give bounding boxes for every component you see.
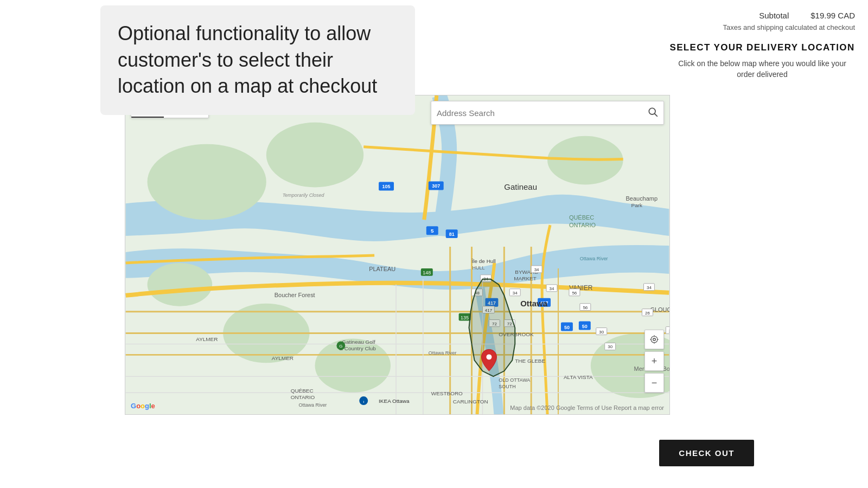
- svg-text:148: 148: [423, 270, 431, 275]
- svg-text:56: 56: [583, 305, 588, 310]
- svg-point-115: [651, 336, 658, 343]
- map-svg: 5 81 105 307 417 417 50 50 135 148 Gatin…: [125, 95, 669, 414]
- delivery-heading: SELECT YOUR DELIVERY LOCATION: [669, 42, 855, 53]
- svg-point-9: [148, 263, 213, 306]
- svg-line-1: [655, 113, 658, 116]
- google-logo: Google: [131, 402, 155, 410]
- map-controls: + −: [644, 330, 664, 393]
- svg-text:50: 50: [582, 324, 588, 329]
- delivery-subtext: Click on the below map where you would l…: [669, 59, 855, 80]
- svg-text:QUÉBEC: QUÉBEC: [291, 388, 314, 394]
- svg-text:ONTARIO: ONTARIO: [569, 222, 596, 228]
- svg-text:34: 34: [550, 286, 554, 291]
- subtotal-label: Subtotal: [759, 11, 789, 20]
- svg-text:34: 34: [647, 285, 652, 290]
- svg-text:Gatineau Golf: Gatineau Golf: [342, 339, 375, 345]
- svg-text:G: G: [339, 344, 342, 349]
- right-panel: Subtotal $19.99 CAD Taxes and shipping c…: [656, 0, 868, 80]
- svg-text:QUÉBEC: QUÉBEC: [569, 214, 594, 221]
- svg-text:50: 50: [564, 325, 570, 330]
- svg-text:Île de Hull: Île de Hull: [471, 258, 496, 264]
- svg-text:Ottawa River: Ottawa River: [429, 350, 457, 356]
- svg-text:81: 81: [449, 232, 455, 237]
- svg-text:Ottawa: Ottawa: [520, 299, 547, 308]
- svg-text:Temporarily Closed: Temporarily Closed: [283, 192, 325, 198]
- svg-text:AYLMER: AYLMER: [196, 336, 218, 342]
- svg-text:Ottawa River: Ottawa River: [580, 256, 608, 261]
- svg-text:34: 34: [534, 267, 539, 272]
- svg-text:IKEA Ottawa: IKEA Ottawa: [379, 398, 410, 404]
- address-search-input[interactable]: [437, 108, 647, 118]
- subtotal-row: Subtotal $19.99 CAD: [669, 11, 855, 20]
- svg-text:CARLINGTON: CARLINGTON: [453, 399, 488, 404]
- svg-point-3: [266, 123, 363, 188]
- page-container: Optional functionality to allow customer…: [0, 0, 868, 488]
- svg-text:25: 25: [669, 329, 669, 333]
- svg-text:PLATEAU: PLATEAU: [369, 266, 395, 272]
- svg-text:ONTARIO: ONTARIO: [291, 394, 315, 400]
- location-button[interactable]: [644, 330, 664, 349]
- svg-text:Park: Park: [631, 202, 642, 208]
- zoom-out-button[interactable]: −: [644, 373, 664, 393]
- location-icon: [649, 335, 659, 344]
- checkout-button[interactable]: CHECK OUT: [659, 440, 754, 466]
- svg-text:SOUTH: SOUTH: [499, 384, 515, 389]
- svg-text:135: 135: [461, 315, 469, 320]
- svg-text:34: 34: [513, 291, 518, 296]
- svg-point-113: [486, 354, 492, 359]
- map-search-bar: [431, 101, 664, 125]
- svg-text:Boucher Forest: Boucher Forest: [275, 292, 315, 298]
- svg-text:307: 307: [432, 183, 440, 189]
- search-icon-button[interactable]: [647, 106, 658, 120]
- search-icon: [647, 106, 658, 117]
- svg-text:AYLMER: AYLMER: [272, 355, 293, 361]
- svg-text:5: 5: [431, 228, 434, 234]
- callout-box: Optional functionality to allow customer…: [100, 5, 415, 115]
- zoom-in-button[interactable]: +: [644, 351, 664, 371]
- svg-text:Beauchamp: Beauchamp: [626, 195, 658, 202]
- svg-text:56: 56: [572, 291, 577, 296]
- svg-text:105: 105: [382, 184, 391, 189]
- svg-point-4: [148, 144, 266, 220]
- svg-text:WESTBORO: WESTBORO: [431, 390, 463, 396]
- svg-text:Gatineau: Gatineau: [504, 182, 537, 191]
- map-footer-text: Map data ©2020 Google Terms of Use Repor…: [510, 404, 664, 411]
- svg-text:ALTA VISTA: ALTA VISTA: [564, 374, 593, 380]
- callout-text: Optional functionality to allow customer…: [118, 21, 398, 100]
- svg-text:HULL: HULL: [473, 265, 485, 271]
- svg-text:26: 26: [645, 311, 650, 316]
- svg-text:Ottawa River: Ottawa River: [299, 402, 327, 408]
- tax-note: Taxes and shipping calculated at checkou…: [669, 23, 855, 31]
- svg-text:THE GLEBE: THE GLEBE: [515, 358, 545, 364]
- svg-point-114: [653, 338, 656, 341]
- svg-text:OLD OTTAWA: OLD OTTAWA: [499, 377, 530, 383]
- subtotal-value: $19.99 CAD: [810, 11, 855, 20]
- svg-text:MARKET: MARKET: [514, 275, 536, 281]
- svg-text:30: 30: [599, 330, 604, 335]
- map-wrapper[interactable]: Map Satellite: [125, 95, 670, 415]
- svg-text:30: 30: [608, 344, 612, 349]
